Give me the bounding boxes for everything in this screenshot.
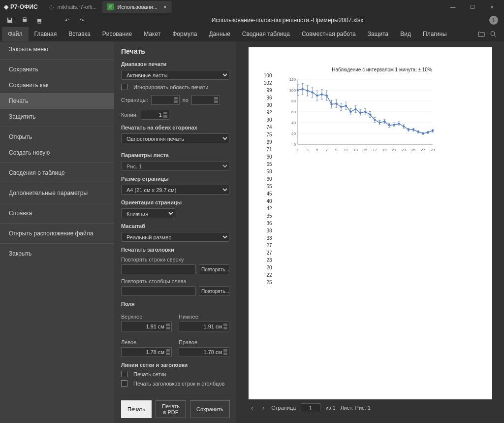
- menu-insert[interactable]: Вставка: [63, 27, 96, 41]
- svg-text:11: 11: [344, 148, 348, 152]
- duplex-select[interactable]: Односторонняя печать: [121, 133, 229, 143]
- print-headings-label: Печать заголовков строк и столбцов: [133, 381, 224, 387]
- menu-layout[interactable]: Макет: [138, 27, 166, 41]
- tab-1[interactable]: ◌ mikhails.r7-offi...: [44, 1, 102, 13]
- sidebar-advanced[interactable]: Дополнительные параметры: [0, 185, 114, 201]
- menu-draw[interactable]: Рисование: [96, 27, 138, 41]
- sidebar-open-location[interactable]: Открыть расположение файла: [0, 226, 114, 241]
- window-controls: — ☐ ×: [445, 1, 500, 13]
- svg-rect-152: [431, 130, 434, 132]
- sidebar-open[interactable]: Открыть: [0, 129, 114, 145]
- orientation-select[interactable]: Книжная: [121, 208, 175, 218]
- range-label: Диапазон печати: [121, 61, 229, 67]
- svg-rect-0: [23, 19, 27, 22]
- margin-left-input[interactable]: 1.78 см: [121, 347, 172, 357]
- chart-container: Наблюдение с интервалом 1 минута; ± 10% …: [284, 67, 480, 286]
- repeat-rows-input[interactable]: [121, 264, 196, 274]
- undo-icon[interactable]: ↶: [63, 16, 71, 24]
- print-icon[interactable]: [21, 16, 29, 24]
- menu-pivot[interactable]: Сводная таблица: [236, 27, 296, 41]
- svg-rect-1: [23, 18, 26, 19]
- avatar[interactable]: 1: [489, 16, 498, 25]
- app-name: Р7-ОФИС: [10, 3, 38, 10]
- quickprint-icon[interactable]: [35, 16, 43, 24]
- minimize-button[interactable]: —: [445, 1, 461, 13]
- scale-select[interactable]: Реальный размер: [121, 232, 229, 242]
- menu-data[interactable]: Данные: [203, 27, 236, 41]
- print-range-select[interactable]: Активные листы: [121, 70, 229, 80]
- sidebar-new[interactable]: Создать новую: [0, 145, 114, 161]
- print-headers-label: Печатать заголовки: [121, 247, 229, 253]
- svg-text:23: 23: [401, 148, 406, 152]
- menu-plugins[interactable]: Плагины: [417, 27, 453, 41]
- svg-text:80: 80: [291, 99, 296, 103]
- menu-view[interactable]: Вид: [394, 27, 417, 41]
- sidebar-close[interactable]: Закрыть: [0, 246, 114, 261]
- menu-protect[interactable]: Защита: [362, 27, 395, 41]
- svg-text:5: 5: [315, 148, 318, 152]
- pages-to-input[interactable]: [191, 95, 220, 105]
- menu-formula[interactable]: Формула: [166, 27, 203, 41]
- print-grid-checkbox[interactable]: [121, 371, 127, 377]
- svg-text:19: 19: [382, 148, 386, 152]
- orientation-label: Ориентация страницы: [121, 199, 229, 205]
- tab-2[interactable]: ⊞ Использовани... ×: [102, 1, 171, 13]
- print-title: Печать: [121, 47, 229, 55]
- pages-to-label: по: [183, 97, 189, 103]
- sidebar-save-as[interactable]: Сохранить как: [0, 77, 114, 93]
- svg-text:7: 7: [325, 148, 328, 152]
- close-button[interactable]: ×: [484, 1, 500, 13]
- svg-rect-131: [330, 103, 333, 106]
- print-button[interactable]: Печать: [121, 400, 152, 418]
- redo-icon[interactable]: ↷: [78, 16, 86, 24]
- margin-right-input[interactable]: 1.78 см: [179, 347, 229, 357]
- save-settings-button[interactable]: Сохранить: [190, 400, 230, 418]
- margin-top-label: Верхнее: [121, 314, 172, 320]
- maximize-button[interactable]: ☐: [465, 1, 480, 13]
- page-number-input[interactable]: [301, 403, 320, 412]
- repeat-rows-button[interactable]: Повторять...: [199, 264, 229, 274]
- sidebar-close-menu[interactable]: Закрыть меню: [0, 41, 114, 57]
- svg-rect-129: [320, 93, 323, 96]
- print-pdf-button[interactable]: Печать в PDF: [156, 400, 186, 418]
- repeat-cols-input[interactable]: [121, 286, 196, 296]
- menu-home[interactable]: Главная: [29, 27, 63, 41]
- margin-top-input[interactable]: 1.91 см: [121, 322, 172, 331]
- print-grid-label: Печать сетки: [133, 371, 166, 377]
- menu-collab[interactable]: Совместная работа: [296, 27, 362, 41]
- menu-file[interactable]: Файл: [2, 27, 29, 41]
- copies-label: Копии:: [121, 112, 138, 118]
- next-page-button[interactable]: ›: [260, 404, 267, 412]
- sidebar-protect[interactable]: Защитить: [0, 109, 114, 125]
- margin-bottom-input[interactable]: 1.91 см: [179, 322, 229, 331]
- svg-rect-144: [392, 124, 395, 127]
- svg-text:3: 3: [306, 148, 309, 152]
- margins-label: Поля: [121, 301, 229, 307]
- pages-from-input[interactable]: [151, 95, 180, 105]
- logo-icon: ◆: [4, 3, 8, 10]
- page-size-select[interactable]: A4 (21 см x 29.7 см): [121, 185, 229, 195]
- print-preview: 1001029996909290747569716065586055454042…: [236, 41, 504, 423]
- sidebar-info[interactable]: Сведения о таблице: [0, 165, 114, 181]
- prev-page-button[interactable]: ‹: [249, 404, 255, 412]
- svg-text:20: 20: [291, 131, 296, 136]
- svg-rect-141: [378, 121, 381, 124]
- copies-input[interactable]: 1: [141, 110, 169, 120]
- search-icon[interactable]: [489, 30, 497, 38]
- sidebar-print[interactable]: Печать: [0, 93, 114, 109]
- page-of-label: из 1: [325, 405, 335, 411]
- sidebar-help[interactable]: Справка: [0, 205, 114, 221]
- ignore-label: Игнорировать область печати: [133, 84, 208, 90]
- repeat-cols-button[interactable]: Повторять...: [199, 286, 229, 296]
- svg-text:29: 29: [430, 148, 435, 152]
- svg-rect-138: [364, 110, 367, 113]
- close-tab-icon[interactable]: ×: [163, 4, 166, 10]
- save-icon[interactable]: [6, 16, 14, 24]
- print-headings-checkbox[interactable]: [121, 380, 127, 387]
- duplex-label: Печатать на обеих сторонах: [121, 125, 229, 130]
- sheet-select[interactable]: Рис. 1: [121, 161, 229, 171]
- folder-icon[interactable]: [477, 30, 485, 38]
- sidebar-save[interactable]: Сохранить: [0, 62, 114, 77]
- ignore-print-area-checkbox[interactable]: [121, 84, 127, 90]
- svg-text:9: 9: [335, 148, 338, 152]
